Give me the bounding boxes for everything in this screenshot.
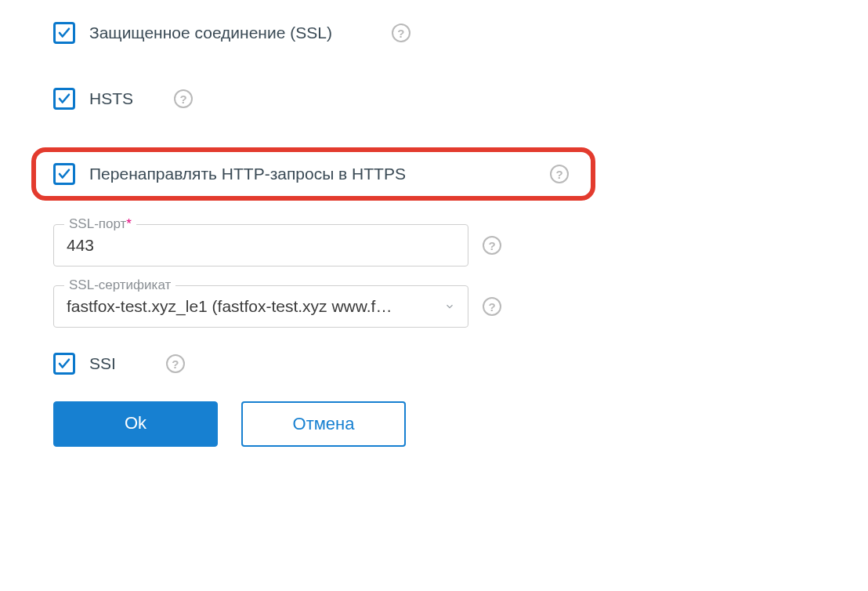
button-bar: Ok Отмена bbox=[53, 401, 815, 447]
field-legend-ssl-cert: SSL-сертификат bbox=[64, 277, 175, 293]
label-ssl-connection: Защищенное соединение (SSL) bbox=[89, 24, 332, 42]
field-legend-ssl-port: SSL-порт* bbox=[64, 216, 136, 232]
field-ssl-port-block: SSL-порт* ? bbox=[53, 224, 815, 266]
check-icon bbox=[57, 167, 71, 181]
checkbox-ssi[interactable] bbox=[53, 353, 75, 375]
option-ssl-connection: Защищенное соединение (SSL) ? bbox=[53, 16, 815, 50]
field-ssl-port: SSL-порт* bbox=[53, 224, 468, 266]
checkbox-hsts[interactable] bbox=[53, 88, 75, 110]
label-ssi: SSI bbox=[89, 354, 116, 373]
field-ssl-cert-block: SSL-сертификат fastfox-test.xyz_le1 (fas… bbox=[53, 285, 815, 328]
label-hsts: HSTS bbox=[89, 89, 133, 108]
help-icon[interactable]: ? bbox=[392, 24, 410, 42]
label-redirect-https: Перенаправлять HTTP-запросы в HTTPS bbox=[89, 165, 406, 183]
chevron-down-icon bbox=[444, 301, 455, 312]
checkbox-redirect-https[interactable] bbox=[53, 163, 75, 185]
check-icon bbox=[57, 92, 71, 106]
option-redirect-https: Перенаправлять HTTP-запросы в HTTPS ? bbox=[53, 163, 573, 185]
help-icon[interactable]: ? bbox=[483, 297, 501, 316]
cancel-button[interactable]: Отмена bbox=[241, 401, 406, 447]
ok-button[interactable]: Ok bbox=[53, 401, 218, 447]
field-ssl-cert: SSL-сертификат fastfox-test.xyz_le1 (fas… bbox=[53, 285, 468, 328]
highlight-redirect-https: Перенаправлять HTTP-запросы в HTTPS ? bbox=[31, 147, 595, 201]
option-ssi: SSI ? bbox=[53, 346, 815, 381]
help-icon[interactable]: ? bbox=[166, 354, 185, 373]
select-ssl-cert-value: fastfox-test.xyz_le1 (fastfox-test.xyz w… bbox=[67, 297, 436, 316]
checkbox-ssl-connection[interactable] bbox=[53, 22, 75, 44]
option-hsts: HSTS ? bbox=[53, 82, 815, 116]
help-icon[interactable]: ? bbox=[483, 236, 501, 255]
help-icon[interactable]: ? bbox=[174, 89, 193, 108]
check-icon bbox=[57, 357, 71, 371]
help-icon[interactable]: ? bbox=[550, 165, 569, 183]
check-icon bbox=[57, 26, 71, 40]
